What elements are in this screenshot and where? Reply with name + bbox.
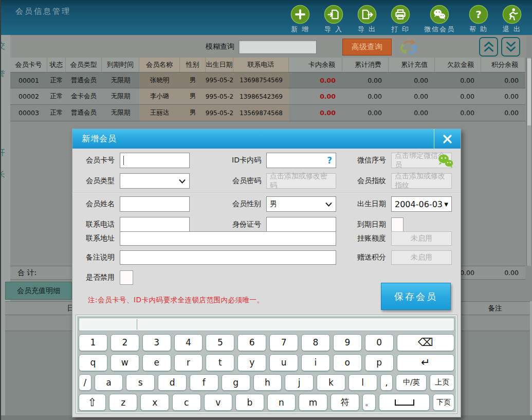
key-j[interactable]: j [285, 374, 314, 391]
key-q[interactable]: q [79, 354, 107, 371]
exit-button[interactable]: 退 出 [502, 5, 522, 34]
scroll-top-button[interactable] [479, 37, 498, 57]
birth-date-select[interactable]: 2004-06-03 ▼ [391, 196, 452, 212]
backspace-key[interactable]: ⌫ [397, 334, 454, 351]
keyboard-input-bar[interactable] [79, 318, 454, 331]
column-header[interactable]: 到期时间 [102, 58, 139, 72]
shift-key[interactable]: ⇧ [79, 394, 106, 411]
key-r[interactable]: r [174, 354, 203, 371]
scroll-bottom-button[interactable] [501, 37, 520, 57]
search-input[interactable] [239, 40, 317, 54]
page-up-key[interactable]: 上页 [430, 374, 454, 391]
print-button[interactable]: 打 印 [391, 5, 410, 34]
id-code-input[interactable]: ? [266, 153, 336, 168]
expire-date-checkbox[interactable] [391, 217, 403, 232]
key-u[interactable]: u [269, 354, 298, 371]
enter-key[interactable]: ↵ [397, 354, 454, 371]
import-button[interactable]: 导 入 [324, 5, 343, 34]
key-l[interactable]: l [348, 374, 377, 391]
fingerprint-field[interactable]: 点击添加或修改指纹 [391, 173, 452, 189]
advanced-search-button[interactable]: 高级查询 [342, 39, 392, 56]
column-header[interactable]: 会员名称 [139, 58, 180, 72]
id-number-input[interactable] [266, 217, 336, 232]
close-button[interactable] [434, 129, 461, 149]
table-row[interactable]: 00003正常普通会员无限期王丽达男1995-05-27135698745680… [10, 105, 525, 121]
help-icon[interactable]: ? [327, 155, 332, 166]
gender-select[interactable]: 男 [266, 196, 336, 212]
key-5[interactable]: 5 [206, 334, 234, 351]
key-m[interactable]: m [299, 394, 327, 411]
help-button[interactable]: ? 帮 助 [469, 5, 488, 34]
column-header[interactable]: 欠款金额 [435, 58, 481, 72]
column-header[interactable]: 会员卡号 [10, 58, 47, 72]
member-name-input[interactable] [120, 196, 190, 212]
column-header[interactable]: 累计消费 [342, 58, 389, 72]
credit-limit-field[interactable]: 未启用 [391, 231, 452, 246]
save-member-button[interactable]: 保存会员 [381, 283, 451, 310]
key-x[interactable]: x [140, 394, 169, 411]
column-header[interactable]: 卡内余额 [289, 58, 342, 72]
add-member-button[interactable]: 新 增 [290, 5, 310, 34]
export-button[interactable]: 导 出 [357, 5, 377, 34]
key-n[interactable]: n [267, 394, 296, 411]
disabled-checkbox[interactable] [120, 270, 133, 285]
space-key[interactable] [379, 394, 429, 411]
remark-input[interactable] [120, 250, 336, 265]
bonus-points-field[interactable]: 未启用 [391, 250, 452, 265]
key-f[interactable]: f [190, 374, 218, 391]
table-row[interactable]: 00001正常普通会员无限期张晓明男1995-05-27136987545690… [10, 72, 525, 88]
key-8[interactable]: 8 [301, 334, 330, 351]
column-header[interactable]: 出生日期 [206, 58, 233, 72]
key-t[interactable]: t [206, 354, 234, 371]
key-7[interactable]: 7 [269, 334, 298, 351]
key-s[interactable]: s [126, 374, 155, 391]
key-w[interactable]: w [111, 354, 139, 371]
key-g[interactable]: g [222, 374, 250, 391]
comma-key[interactable]: , [380, 374, 393, 391]
column-header[interactable]: 联系电话 [233, 58, 289, 72]
scrollbar-thumb[interactable] [527, 59, 531, 125]
key-i[interactable]: i [301, 354, 330, 371]
key-2[interactable]: 2 [111, 334, 139, 351]
key-1[interactable]: 1 [79, 334, 107, 351]
key-4[interactable]: 4 [174, 334, 203, 351]
column-header[interactable]: 累计充值 [389, 58, 435, 72]
key-o[interactable]: o [333, 354, 362, 371]
column-header[interactable]: 性别 [180, 58, 206, 72]
column-header[interactable]: 状态 [47, 58, 66, 72]
key-y[interactable]: y [237, 354, 266, 371]
key-d[interactable]: d [158, 374, 187, 391]
period-key[interactable]: 。 [362, 394, 376, 411]
key-a[interactable]: a [95, 374, 123, 391]
card-no-input[interactable] [120, 153, 190, 168]
key-9[interactable]: 9 [333, 334, 362, 351]
table-row[interactable]: 00002正常金卡会员无限期李小璐男1995-05-27139865423690… [10, 88, 525, 105]
key-c[interactable]: c [172, 394, 201, 411]
password-field[interactable]: 点击添加或修改密码 [266, 173, 336, 189]
wechat-bind-field[interactable]: 点击绑定微信会员 [391, 153, 452, 168]
subtable-scrollbar[interactable] [530, 301, 532, 415]
member-type-select[interactable] [120, 173, 190, 189]
key-k[interactable]: k [317, 374, 345, 391]
key-3[interactable]: 3 [142, 334, 171, 351]
key-e[interactable]: e [142, 354, 171, 371]
column-header[interactable]: 会员类型 [66, 58, 102, 72]
key-6[interactable]: 6 [237, 334, 266, 351]
refresh-icon[interactable] [399, 38, 418, 56]
address-input[interactable] [120, 231, 336, 246]
wechat-member-button[interactable]: 微信会员 [424, 5, 455, 34]
key-h[interactable]: h [253, 374, 282, 391]
key-p[interactable]: p [365, 354, 394, 371]
tab-recharge-detail[interactable]: 会员充值明细 [5, 282, 72, 300]
phone-input[interactable] [120, 217, 190, 232]
key-0[interactable]: 0 [365, 334, 394, 351]
slash-key[interactable]: / [79, 374, 91, 391]
symbols-key[interactable]: 符 [331, 394, 360, 411]
page-down-key[interactable]: 下页 [433, 394, 454, 411]
key-v[interactable]: v [204, 394, 233, 411]
key-z[interactable]: z [109, 394, 138, 411]
key-b[interactable]: b [235, 394, 264, 411]
lang-toggle-key[interactable]: 中/英 [396, 374, 427, 391]
column-header[interactable]: 积分余额 [481, 58, 525, 72]
table-scrollbar[interactable] [526, 58, 532, 266]
